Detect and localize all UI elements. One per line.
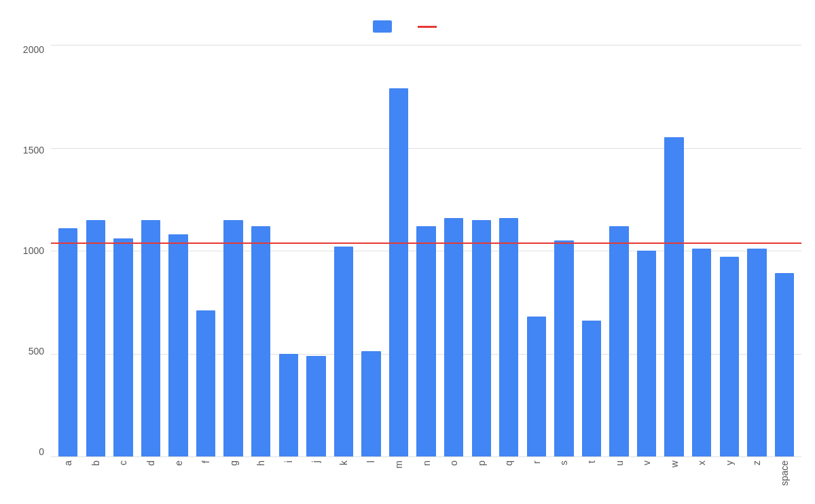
legend-item-bar — [373, 20, 397, 33]
x-label-group: w — [660, 456, 688, 497]
bars-container — [51, 45, 801, 456]
grid-line — [51, 456, 801, 457]
x-label-group: t — [578, 456, 606, 497]
bar — [113, 238, 132, 456]
x-label-group: j — [302, 456, 330, 497]
bar — [168, 234, 187, 456]
x-axis-label: t — [586, 461, 597, 463]
average-line — [51, 242, 801, 244]
x-label-group: y — [716, 456, 744, 497]
bar-group — [771, 45, 799, 456]
bar — [306, 356, 325, 456]
bar — [527, 317, 546, 456]
x-label-group: i — [275, 456, 303, 497]
bar — [720, 257, 739, 456]
legend — [373, 20, 442, 33]
y-axis-label: 1000 — [23, 246, 44, 255]
x-label-group: k — [330, 456, 358, 497]
x-label-group: v — [633, 456, 661, 497]
x-label-group: n — [412, 456, 440, 497]
plot-area: abcdefghijklmnopqrstuvwxyzspace — [51, 45, 801, 497]
bar-group — [578, 45, 606, 456]
x-label-group: m — [385, 456, 413, 497]
x-axis-label: p — [476, 461, 487, 466]
grid-and-bars — [51, 45, 801, 456]
x-label-group: s — [550, 456, 578, 497]
x-axis-label: a — [62, 461, 73, 466]
bar — [609, 226, 628, 456]
bar — [747, 249, 766, 456]
x-axis-label: e — [173, 461, 184, 466]
bar-group — [275, 45, 303, 456]
bar — [389, 88, 408, 456]
bar — [86, 220, 105, 456]
bar — [472, 220, 491, 456]
bar — [196, 310, 215, 456]
x-axis-label: s — [558, 461, 569, 465]
x-label-group: h — [247, 456, 275, 497]
x-label-group: f — [192, 456, 220, 497]
x-label-group: o — [440, 456, 468, 497]
x-label-group: l — [357, 456, 385, 497]
x-label-group: g — [219, 456, 247, 497]
bar-group — [550, 45, 578, 456]
bar-group — [688, 45, 716, 456]
bar-group — [743, 45, 771, 456]
bar — [334, 247, 353, 456]
x-label-group: r — [523, 456, 551, 497]
x-label-group: q — [495, 456, 523, 497]
legend-bar-icon — [373, 20, 392, 33]
x-axis-label: x — [696, 461, 707, 465]
bar — [416, 226, 435, 456]
x-label-group: e — [164, 456, 192, 497]
legend-item-line — [418, 26, 442, 28]
bar — [141, 220, 160, 456]
x-axis-label: b — [90, 461, 101, 466]
x-label-group: u — [605, 456, 633, 497]
y-axis: 2000150010005000 — [14, 45, 51, 497]
y-axis-label: 1500 — [23, 145, 44, 155]
bar-group — [385, 45, 413, 456]
bar-group — [137, 45, 165, 456]
x-label-group: space — [771, 456, 799, 497]
x-axis-label: d — [145, 461, 156, 466]
bar — [251, 226, 270, 456]
bar-group — [467, 45, 495, 456]
x-axis-label: q — [503, 461, 514, 466]
bar-group — [219, 45, 247, 456]
x-axis-label: space — [779, 461, 790, 486]
x-axis-label: l — [365, 461, 376, 463]
x-axis-label: z — [751, 461, 762, 465]
bar — [582, 321, 601, 456]
x-label-group: a — [54, 456, 82, 497]
bar-group — [660, 45, 688, 456]
x-axis-label: g — [228, 461, 239, 466]
y-axis-label: 0 — [39, 447, 44, 456]
bar-group — [54, 45, 82, 456]
bar-group — [357, 45, 385, 456]
x-axis-label: y — [724, 461, 735, 465]
bar-group — [440, 45, 468, 456]
x-label-group: d — [137, 456, 165, 497]
bar-group — [109, 45, 137, 456]
x-label-group: b — [82, 456, 110, 497]
x-axis-label: i — [283, 461, 294, 463]
chart-container: 2000150010005000 abcdefghijklmnopqrstuvw… — [0, 0, 815, 504]
bar — [279, 354, 298, 457]
y-axis-label: 500 — [29, 346, 44, 356]
x-label-group: x — [688, 456, 716, 497]
bar-group — [247, 45, 275, 456]
bar — [554, 240, 573, 456]
bar-group — [633, 45, 661, 456]
x-axis-label: m — [393, 461, 404, 469]
bar-group — [605, 45, 633, 456]
bar — [499, 218, 518, 456]
bar-group — [164, 45, 192, 456]
bar — [692, 249, 711, 456]
x-axis-label: j — [310, 461, 321, 463]
bar — [444, 218, 463, 456]
x-axis-label: v — [641, 461, 652, 465]
bar-group — [716, 45, 744, 456]
bar-group — [82, 45, 110, 456]
x-axis-label: o — [448, 461, 459, 466]
